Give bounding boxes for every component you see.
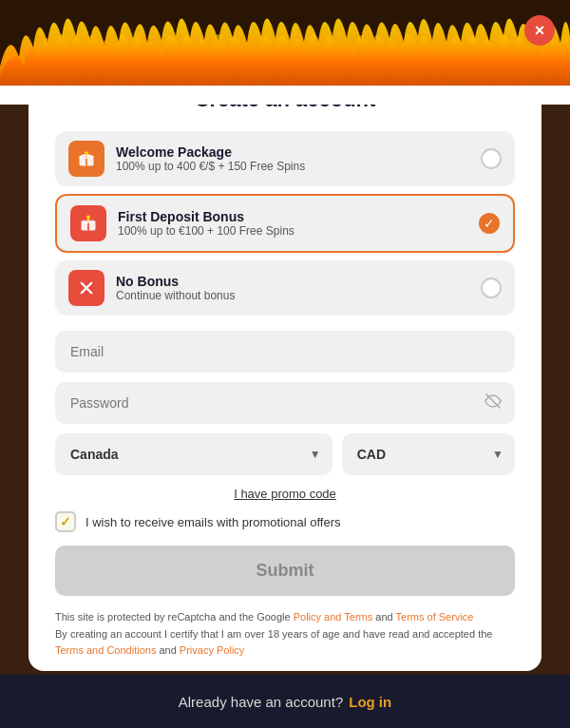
login-link[interactable]: Log in bbox=[349, 694, 391, 710]
footer-line2-mid: and bbox=[156, 644, 179, 656]
first-deposit-radio[interactable]: ✓ bbox=[479, 213, 500, 234]
terms-of-service-link[interactable]: Terms of Service bbox=[396, 611, 474, 623]
currency-wrapper: CAD USD EUR GBP ▼ bbox=[342, 433, 515, 475]
welcome-text: Welcome Package 100% up to 400 €/$ + 150… bbox=[116, 144, 481, 173]
email-promo-checkbox-row[interactable]: ✓ I wish to receive emails with promotio… bbox=[55, 511, 515, 532]
promo-link-wrapper: I have promo code bbox=[55, 485, 515, 502]
bottom-bar: Already have an account? Log in bbox=[0, 675, 570, 728]
no-bonus-radio[interactable] bbox=[481, 278, 502, 298]
no-bonus-subtitle: Continue without bonus bbox=[116, 289, 481, 302]
location-row: Canada United States United Kingdom Aust… bbox=[55, 433, 515, 475]
email-field[interactable] bbox=[55, 331, 515, 373]
svg-rect-4 bbox=[80, 156, 94, 159]
footer-line1-before: This site is protected by reCaptcha and … bbox=[55, 611, 294, 623]
promo-link[interactable]: I have promo code bbox=[234, 487, 336, 501]
first-deposit-title: First Deposit Bonus bbox=[118, 209, 479, 224]
page-title: Create an account bbox=[55, 87, 515, 112]
bonus-no-bonus[interactable]: No Bonus Continue without bonus bbox=[55, 260, 515, 316]
password-field[interactable] bbox=[55, 382, 515, 424]
country-select[interactable]: Canada United States United Kingdom Aust… bbox=[55, 433, 332, 475]
checkbox-check-icon: ✓ bbox=[60, 514, 71, 529]
password-wrapper bbox=[55, 382, 515, 424]
terms-conditions-link[interactable]: Terms and Conditions bbox=[55, 644, 156, 656]
submit-button[interactable]: Submit bbox=[55, 546, 515, 596]
email-promo-label: I wish to receive emails with promotiona… bbox=[86, 515, 341, 529]
email-promo-checkbox[interactable]: ✓ bbox=[55, 511, 76, 532]
privacy-policy-link[interactable]: Privacy Policy bbox=[180, 644, 244, 656]
footer-line1-mid: and bbox=[372, 611, 395, 623]
svg-rect-7 bbox=[82, 220, 96, 223]
first-deposit-subtitle: 100% up to €100 + 100 Free Spins bbox=[118, 224, 479, 238]
welcome-icon bbox=[68, 141, 104, 177]
first-deposit-text: First Deposit Bonus 100% up to €100 + 10… bbox=[118, 209, 479, 238]
currency-select[interactable]: CAD USD EUR GBP bbox=[342, 433, 515, 475]
footer-line2-before: By creating an account I certify that I … bbox=[55, 628, 492, 640]
welcome-radio[interactable] bbox=[481, 148, 502, 169]
close-button[interactable]: × bbox=[524, 15, 555, 46]
welcome-subtitle: 100% up to 400 €/$ + 150 Free Spins bbox=[116, 160, 481, 173]
no-bonus-title: No Bonus bbox=[116, 274, 481, 289]
policy-terms-link[interactable]: Policy and Terms bbox=[294, 611, 373, 623]
bonus-first-deposit[interactable]: First Deposit Bonus 100% up to €100 + 10… bbox=[55, 194, 515, 253]
bonus-welcome[interactable]: Welcome Package 100% up to 400 €/$ + 150… bbox=[55, 131, 515, 186]
already-account-text: Already have an account? bbox=[179, 694, 343, 710]
welcome-title: Welcome Package bbox=[116, 144, 481, 160]
toggle-password-icon[interactable] bbox=[484, 393, 502, 413]
no-bonus-icon bbox=[68, 270, 104, 306]
first-deposit-icon bbox=[70, 205, 106, 241]
footer-text: This site is protected by reCaptcha and … bbox=[55, 609, 515, 660]
modal-card: Create an account Welcome Package 100% u… bbox=[28, 57, 542, 671]
country-wrapper: Canada United States United Kingdom Aust… bbox=[55, 433, 332, 475]
modal-overlay: × Create an account Welcome Package 100%… bbox=[0, 0, 570, 728]
no-bonus-text: No Bonus Continue without bonus bbox=[116, 274, 481, 302]
